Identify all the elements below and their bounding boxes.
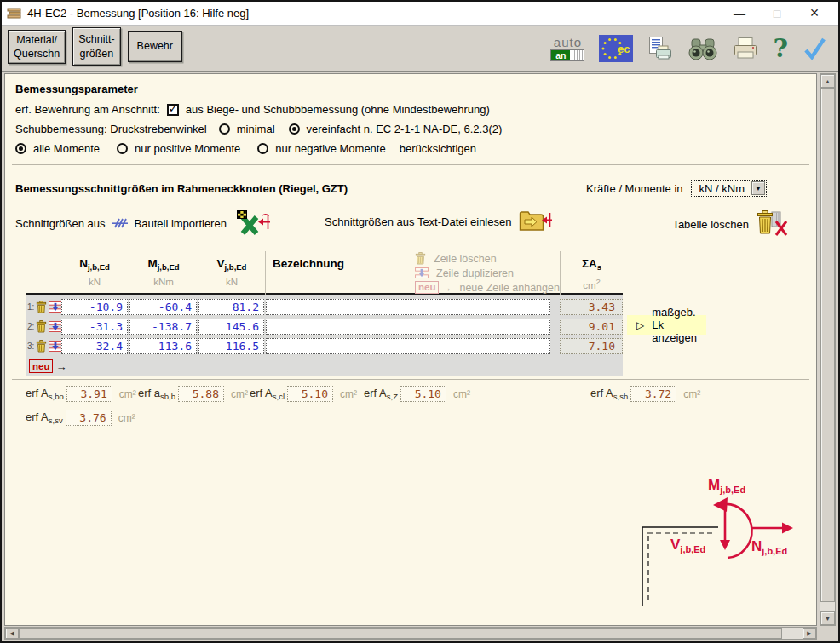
result-value: 3.72 [630,386,676,402]
result-value: 5.10 [287,386,333,402]
n-input[interactable] [61,338,128,354]
delete-row-icon[interactable] [36,340,47,353]
horizontal-scroll-thumb[interactable] [19,628,782,639]
anschnitt-checkbox[interactable] [167,104,179,116]
parameters-heading: Bemessungsparameter [15,83,799,95]
units-value: kN / kNm [693,182,751,195]
main-area: Bemessungsparameter erf. Bewehrung am An… [2,72,838,641]
separator-2 [12,379,809,380]
sum-as-value: 9.01 [560,319,623,335]
delete-row-icon[interactable] [36,301,47,313]
scroll-right-icon[interactable]: ▶ [803,628,816,639]
result-value: 5.88 [178,386,224,402]
triangle-icon: ▷ [636,319,644,331]
v-input[interactable] [198,299,264,315]
an-state-label: an [551,50,570,60]
vertical-scrollbar[interactable]: ▲ ▼ [820,73,836,626]
scroll-left-icon[interactable]: ◀ [5,628,19,639]
import-textfile-button[interactable] [519,210,553,233]
m-input[interactable] [129,319,197,335]
anschnitt-label: erf. Bewehrung am Anschnitt: [15,103,160,116]
beruecksichtigen-label: berücksichtigen [400,142,476,155]
sum-as-value: 3.43 [560,299,623,315]
parameters-section: Bemessungsparameter erf. Bewehrung am An… [15,83,799,155]
tab-material-querschnitt[interactable]: Material/ Querschn [8,30,66,64]
table-row: 1: 3.43 [26,297,623,317]
col-header-m: Mj,b,Ed kNm [129,251,198,295]
4h-logo-icon [112,217,129,229]
bezeichnung-input[interactable] [266,319,550,335]
scroll-up-icon[interactable]: ▲ [820,74,835,88]
horizontal-scrollbar[interactable]: ◀ ▶ [4,627,817,640]
result-as-cl: erf As,cl 5.10 cm² [250,386,357,402]
frame-corner-diagram: Mj,b,Ed Vj,b,Ed Nj,b,Ed [631,468,814,614]
append-row-arrow-icon: → [55,360,66,373]
tab-bewehrung[interactable]: Bewehr [128,31,182,62]
v-input[interactable] [198,338,264,354]
forces-table: Nj,b,Ed kN Mj,b,Ed kNm Vj,b,Ed kN Beze [26,251,623,376]
radio-negative-momente[interactable] [257,143,268,154]
bezeichnung-input[interactable] [266,299,550,315]
dropdown-arrow-icon[interactable]: ▼ [751,181,765,195]
svg-text:Vj,b,Ed: Vj,b,Ed [670,537,705,554]
delete-row-legend-icon [415,252,426,265]
auto-toggle[interactable]: auto an [550,36,584,61]
result-as-z: erf As,Z 5.10 cm² [364,386,470,402]
import-prefix-label: Schnittgrößen aus [15,217,106,230]
sum-as-value: 7.10 [560,338,623,354]
row-actions-legend: Zeile löschen Zeile [415,251,560,295]
forces-heading: Bemessungsschnittgrößen im Rahmeneckknot… [15,182,348,195]
radio-minimal[interactable] [219,123,230,135]
n-input[interactable] [61,319,128,335]
table-row: 2: 9.01 [26,317,623,336]
app-icon [7,7,22,20]
result-asb-b: erf asb,b 5.88 cm² [138,386,248,402]
radio-positive-momente-label: nur positive Momente [135,142,240,155]
m-input[interactable] [129,299,197,315]
delete-row-icon[interactable] [36,320,47,333]
separator-1 [12,164,809,165]
auto-label: auto [554,36,582,49]
ec-label: ec [618,43,630,55]
table-body: 1: 3.43 [26,295,623,376]
radio-positive-momente[interactable] [117,143,128,154]
col-header-sum: ΣAs cm2 [560,251,623,295]
import-suffix-label: Bauteil importieren [135,217,227,230]
anschnitt-option-label: aus Biege- und Schubbbemessung (ohne Min… [186,103,490,116]
confirm-check-icon[interactable] [803,37,826,60]
print-preview-icon[interactable] [647,36,673,61]
result-value: 3.91 [66,386,112,402]
radio-negative-momente-label: nur negative Momente [275,142,385,155]
table-row: 3: 7.10 [26,336,623,356]
toggle-stripes [570,50,584,60]
help-icon[interactable]: ? [773,36,788,61]
tab-schnittgroessen[interactable]: Schnitt- größen [72,27,120,66]
units-label: Kräfte / Momente in [586,182,682,195]
col-header-v: Vj,b,Ed kN [198,251,265,295]
schub-label: Schubbemessung: Druckstrebenwinkel [15,123,207,135]
minimize-button[interactable]: — [721,3,758,25]
svg-text:Mj,b,Ed: Mj,b,Ed [708,477,745,495]
delete-table-button[interactable] [757,210,789,238]
radio-vereinfacht[interactable] [289,123,300,135]
duplicate-row-legend-icon [415,267,429,278]
m-input[interactable] [129,338,197,354]
bezeichnung-input[interactable] [266,338,550,354]
show-lk-button[interactable]: ▷ maßgeb. Lk anzeigen [627,315,706,335]
radio-minimal-label: minimal [237,123,275,135]
import-bauteil-button[interactable] [237,210,271,236]
close-button[interactable]: × [796,3,833,25]
print-icon[interactable] [733,37,758,60]
n-input[interactable] [61,299,128,315]
search-binoculars-icon[interactable] [688,36,718,61]
units-dropdown[interactable]: kN / kNm ▼ [691,180,767,197]
eurocode-button[interactable]: ec [599,35,633,62]
scroll-down-icon[interactable]: ▼ [820,611,835,625]
results-section: erf As,bo 3.91 cm² erf asb,b 5.88 cm² er… [5,386,816,428]
vertical-scroll-thumb[interactable] [820,88,835,602]
window-title: 4H-EC2 - Bemessung [Position 16: Hilfe n… [27,7,721,20]
radio-alle-momente[interactable] [15,143,26,154]
radio-alle-momente-label: alle Momente [33,142,100,155]
v-input[interactable] [198,319,264,335]
append-row-button[interactable]: neu [29,359,53,373]
